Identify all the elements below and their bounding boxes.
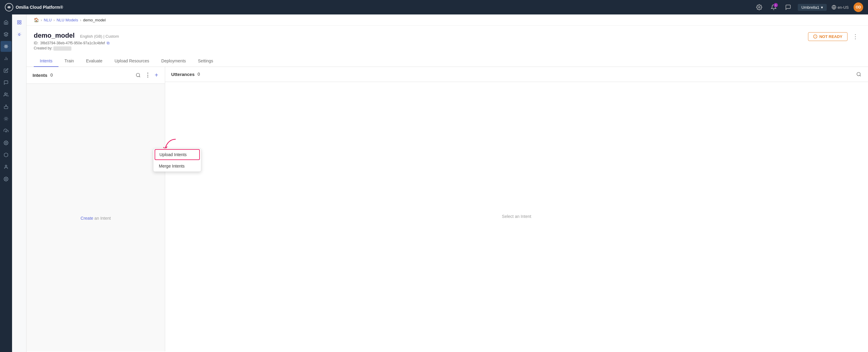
svg-point-35 <box>857 72 860 76</box>
header-actions: NOT READY ⋮ <box>808 32 861 41</box>
messages-icon-btn[interactable] <box>783 2 793 12</box>
svg-rect-26 <box>20 21 21 22</box>
model-id-label: ID: <box>34 41 38 45</box>
breadcrumb-nlu[interactable]: NLU <box>44 18 52 22</box>
model-created-value <box>53 46 71 51</box>
svg-line-34 <box>139 76 140 77</box>
tab-deployments[interactable]: Deployments <box>155 56 192 67</box>
model-id-value: 3f8d3794-38eb-47f5-950e-97a1c3c4bfef <box>40 41 105 45</box>
model-created-label: Created by: <box>34 46 53 50</box>
svg-marker-4 <box>4 32 8 34</box>
breadcrumb-sep-1: › <box>41 18 42 22</box>
workspace-name: Umbrella1 <box>801 5 819 10</box>
breadcrumb-home[interactable]: 🏠 <box>34 18 39 22</box>
app-layout: 🏠 › NLU › NLU Models › demo_model demo_m… <box>0 14 868 352</box>
user-avatar[interactable]: OD <box>854 2 863 12</box>
language-code: en-US <box>838 5 849 10</box>
model-id-row: ID: 3f8d3794-38eb-47f5-950e-97a1c3c4bfef… <box>34 41 119 45</box>
svg-point-33 <box>136 73 140 76</box>
sidebar-edit-icon[interactable] <box>1 65 11 76</box>
utterances-search-button[interactable] <box>856 71 862 77</box>
notifications-icon-btn[interactable]: 1 <box>769 2 778 12</box>
more-options-button[interactable]: ⋮ <box>850 32 861 41</box>
brand: Omilia Cloud Platform® <box>5 3 751 11</box>
sidebar-sun-icon[interactable] <box>1 113 11 124</box>
model-header: demo_model English (GB) | Custom ID: 3f8… <box>27 26 868 51</box>
intents-empty-state: Create an Intent <box>27 84 165 352</box>
sidebar-dialog-icon[interactable] <box>1 77 11 88</box>
tab-settings[interactable]: Settings <box>192 56 219 67</box>
sidebar-box-icon[interactable] <box>1 150 11 160</box>
create-intent-link[interactable]: Create <box>81 216 93 221</box>
svg-line-16 <box>7 120 7 120</box>
second-sidebar-rocket-icon[interactable] <box>14 29 25 40</box>
model-title: demo_model <box>34 32 75 39</box>
copy-id-icon[interactable]: ⧉ <box>107 41 110 45</box>
model-meta: English (GB) | Custom <box>80 34 119 39</box>
svg-point-5 <box>5 45 7 47</box>
utterances-empty-state: Select an Intent <box>165 82 868 351</box>
intents-panel-title: Intents <box>33 73 47 78</box>
svg-rect-28 <box>20 23 21 24</box>
top-nav-right: 1 Umbrella1 ▾ en-US OD <box>754 2 863 12</box>
sidebar-nlu-icon[interactable] <box>1 41 11 52</box>
svg-rect-10 <box>4 106 8 108</box>
tab-evaluate[interactable]: Evaluate <box>80 56 108 67</box>
model-info: demo_model English (GB) | Custom ID: 3f8… <box>34 32 119 51</box>
notification-badge: 1 <box>774 3 778 7</box>
intents-dropdown-menu: Upload Intents Merge Intents <box>153 148 201 172</box>
svg-rect-27 <box>18 23 19 24</box>
tabs-container: Intents Train Evaluate Upload Resources … <box>27 56 868 67</box>
status-text: NOT READY <box>819 34 842 39</box>
breadcrumb-sep-2: › <box>53 18 55 22</box>
top-navigation: Omilia Cloud Platform® 1 Umbrella1 ▾ <box>0 0 868 14</box>
svg-line-20 <box>7 117 7 118</box>
intents-search-button[interactable] <box>135 72 141 78</box>
model-created: Created by: <box>34 46 119 51</box>
svg-point-1 <box>758 7 760 8</box>
workspace-selector[interactable]: Umbrella1 ▾ <box>798 4 827 11</box>
sidebar-settings-icon[interactable] <box>1 173 11 185</box>
brand-logo <box>5 3 13 11</box>
svg-point-11 <box>6 105 7 106</box>
svg-line-36 <box>860 75 861 76</box>
create-intent-suffix: an Intent <box>94 216 111 221</box>
left-sidebar <box>0 14 12 352</box>
sidebar-gear-icon[interactable] <box>1 137 11 148</box>
intents-panel-header: Intents 0 ⋮ + <box>27 67 165 84</box>
svg-point-12 <box>5 118 7 120</box>
not-ready-button[interactable]: NOT READY <box>808 32 847 41</box>
sidebar-upload-icon[interactable] <box>1 125 11 136</box>
tab-train[interactable]: Train <box>59 56 80 67</box>
intents-add-button[interactable]: + <box>154 71 159 79</box>
svg-line-15 <box>4 117 5 118</box>
select-intent-label: Select an Intent <box>502 214 531 219</box>
upload-intents-item[interactable]: Upload Intents <box>155 149 200 160</box>
breadcrumb-current: demo_model <box>83 18 106 22</box>
utterances-panel-header: Utterances 0 <box>165 67 868 82</box>
svg-point-22 <box>5 142 7 143</box>
brand-name: Omilia Cloud Platform® <box>16 5 63 10</box>
sidebar-user-icon[interactable] <box>1 162 11 172</box>
sidebar-layers-icon[interactable] <box>1 29 11 40</box>
language-selector[interactable]: en-US <box>832 5 849 10</box>
svg-point-29 <box>19 33 20 35</box>
second-sidebar <box>12 14 27 352</box>
svg-line-19 <box>4 120 5 120</box>
sidebar-home-icon[interactable] <box>1 17 11 28</box>
intents-more-button[interactable]: ⋮ <box>144 71 151 79</box>
intents-panel: Intents 0 ⋮ + Create an Intent <box>27 67 165 351</box>
sidebar-analytics-icon[interactable] <box>1 53 11 64</box>
utterances-count: 0 <box>198 72 200 76</box>
second-sidebar-grid-icon[interactable] <box>14 17 25 28</box>
sidebar-people-icon[interactable] <box>1 89 11 100</box>
merge-intents-item[interactable]: Merge Intents <box>153 161 201 171</box>
intents-panel-actions: ⋮ + <box>135 71 159 79</box>
tab-intents[interactable]: Intents <box>34 56 59 67</box>
sidebar-robot-icon[interactable] <box>1 101 11 112</box>
breadcrumb-nlu-models[interactable]: NLU Models <box>57 18 79 22</box>
tab-upload-resources[interactable]: Upload Resources <box>108 56 155 67</box>
settings-icon-btn[interactable] <box>754 2 764 12</box>
main-content: 🏠 › NLU › NLU Models › demo_model demo_m… <box>27 14 868 352</box>
utterances-panel: Utterances 0 Select an Intent <box>165 67 868 351</box>
